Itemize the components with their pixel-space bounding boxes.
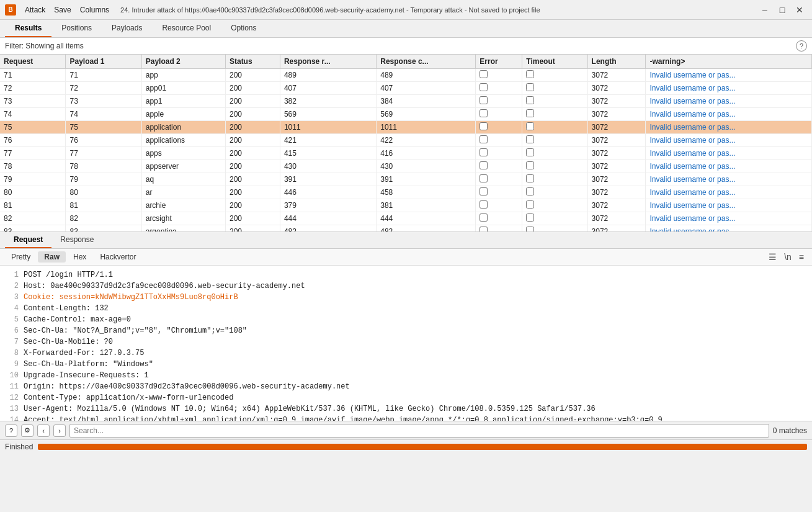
checkbox[interactable] <box>480 83 488 91</box>
table-cell[interactable] <box>476 82 522 95</box>
table-cell[interactable] <box>476 69 522 82</box>
checkbox[interactable] <box>526 148 534 156</box>
checkbox[interactable] <box>526 161 534 169</box>
checkbox[interactable] <box>526 96 534 104</box>
status-text: Finished <box>5 442 33 451</box>
back-icon[interactable]: ‹ <box>37 424 50 437</box>
table-cell[interactable] <box>522 69 587 82</box>
table-cell[interactable] <box>476 121 522 134</box>
table-cell[interactable] <box>522 95 587 108</box>
table-cell[interactable] <box>476 212 522 225</box>
menu-save[interactable]: Save <box>50 4 74 16</box>
table-cell[interactable] <box>522 173 587 186</box>
checkbox[interactable] <box>526 70 534 78</box>
tab-response[interactable]: Response <box>51 232 102 248</box>
table-row[interactable]: 8282arcsight2004444443072Invalid usernam… <box>0 212 812 225</box>
checkbox[interactable] <box>526 83 534 91</box>
menu-attack[interactable]: Attack <box>21 4 49 16</box>
tab-results[interactable]: Results <box>5 20 51 37</box>
table-header-row: Request Payload 1 Payload 2 Status Respo… <box>0 55 812 69</box>
checkbox[interactable] <box>526 213 534 222</box>
menu-columns[interactable]: Columns <box>76 4 113 16</box>
table-row[interactable]: 7272app012004074073072Invalid username o… <box>0 82 812 95</box>
table-cell[interactable] <box>522 108 587 121</box>
table-cell[interactable] <box>522 212 587 225</box>
checkbox[interactable] <box>480 96 488 104</box>
table-cell: 444 <box>280 212 376 225</box>
table-cell[interactable] <box>522 121 587 134</box>
table-row[interactable]: 8080ar2004464583072Invalid username or p… <box>0 186 812 199</box>
table-row[interactable]: 7171app2004894893072Invalid username or … <box>0 69 812 82</box>
tab-request[interactable]: Request <box>5 232 51 248</box>
table-cell: 489 <box>377 69 476 82</box>
line-content: Origin: https://0ae400c90337d9d2c3fa9cec… <box>24 382 350 391</box>
checkbox[interactable] <box>526 174 534 182</box>
table-cell[interactable] <box>522 186 587 199</box>
checkbox[interactable] <box>480 122 488 130</box>
view-tab-raw[interactable]: Raw <box>38 251 66 263</box>
checkbox[interactable] <box>480 70 488 78</box>
table-cell[interactable] <box>476 186 522 199</box>
table-cell[interactable] <box>476 134 522 147</box>
checkbox[interactable] <box>526 200 534 209</box>
filter-help-button[interactable]: ? <box>796 40 807 52</box>
tab-payloads[interactable]: Payloads <box>102 20 152 37</box>
checkbox[interactable] <box>480 161 488 169</box>
checkbox[interactable] <box>480 187 488 195</box>
checkbox[interactable] <box>480 213 488 222</box>
forward-icon[interactable]: › <box>53 424 66 437</box>
table-row[interactable]: 7474apple2005695693072Invalid username o… <box>0 108 812 121</box>
table-cell: application <box>141 121 225 134</box>
minimize-button[interactable]: – <box>757 2 772 17</box>
table-cell[interactable] <box>476 160 522 173</box>
table-cell[interactable] <box>522 82 587 95</box>
checkbox[interactable] <box>480 200 488 209</box>
table-cell[interactable] <box>476 108 522 121</box>
table-row[interactable]: 7878appserver2004304303072Invalid userna… <box>0 160 812 173</box>
table-cell: 200 <box>225 108 280 121</box>
table-cell: Invalid username or pas... <box>646 160 812 173</box>
table-row[interactable]: 8383argentina2004824823072Invalid userna… <box>0 225 812 233</box>
table-row[interactable]: 8181archie2003793813072Invalid username … <box>0 199 812 212</box>
table-cell[interactable] <box>476 173 522 186</box>
checkbox[interactable] <box>526 227 534 232</box>
checkbox[interactable] <box>480 174 488 182</box>
table-row[interactable]: 7777apps2004154163072Invalid username or… <box>0 147 812 160</box>
settings-gear-icon[interactable]: ⚙ <box>21 424 33 437</box>
tab-resource-pool[interactable]: Resource Pool <box>152 20 221 37</box>
tab-options[interactable]: Options <box>221 20 266 37</box>
table-cell[interactable] <box>522 160 587 173</box>
settings-icon[interactable]: ≡ <box>796 251 807 263</box>
maximize-button[interactable]: □ <box>775 2 790 17</box>
table-cell[interactable] <box>522 225 587 233</box>
checkbox[interactable] <box>526 109 534 117</box>
checkbox[interactable] <box>480 109 488 117</box>
table-cell[interactable] <box>522 134 587 147</box>
table-cell[interactable] <box>476 95 522 108</box>
checkbox[interactable] <box>480 135 488 143</box>
checkbox[interactable] <box>526 135 534 143</box>
table-cell[interactable] <box>522 199 587 212</box>
table-row[interactable]: 7373app12003823843072Invalid username or… <box>0 95 812 108</box>
table-row[interactable]: 7979aq2003913913072Invalid username or p… <box>0 173 812 186</box>
checkbox[interactable] <box>526 122 534 130</box>
wrap-lines-icon[interactable]: ☰ <box>765 251 780 263</box>
table-cell[interactable] <box>476 225 522 233</box>
tab-positions[interactable]: Positions <box>51 20 102 37</box>
checkbox[interactable] <box>526 187 534 195</box>
checkbox[interactable] <box>480 227 488 232</box>
table-row[interactable]: 7676applications2004214223072Invalid use… <box>0 134 812 147</box>
table-cell[interactable] <box>476 199 522 212</box>
newlines-icon[interactable]: \n <box>781 251 795 263</box>
search-input[interactable] <box>69 424 769 438</box>
table-cell[interactable] <box>476 147 522 160</box>
table-cell[interactable] <box>522 147 587 160</box>
help-icon-btn[interactable]: ? <box>5 424 17 437</box>
col-resp-c: Response c... <box>377 55 476 69</box>
view-tab-pretty[interactable]: Pretty <box>5 251 37 263</box>
close-button[interactable]: ✕ <box>792 2 807 17</box>
view-tab-hackvertor[interactable]: Hackvertor <box>94 251 142 263</box>
view-tab-hex[interactable]: Hex <box>67 251 92 263</box>
table-row[interactable]: 7575application200101110113072Invalid us… <box>0 121 812 134</box>
checkbox[interactable] <box>480 148 488 156</box>
